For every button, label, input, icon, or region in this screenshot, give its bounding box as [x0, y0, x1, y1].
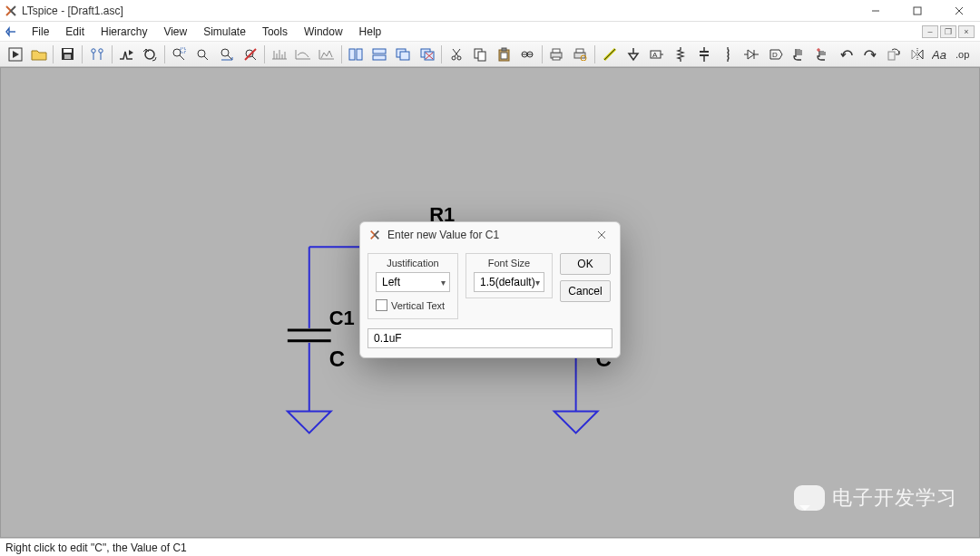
- drag-icon[interactable]: [811, 44, 834, 64]
- menu-help[interactable]: Help: [351, 24, 390, 40]
- svg-rect-7: [64, 49, 72, 53]
- wire-icon[interactable]: [598, 44, 621, 64]
- component-icon[interactable]: D: [764, 44, 787, 64]
- close-all-icon[interactable]: [416, 44, 438, 64]
- rotate-icon[interactable]: [883, 44, 906, 64]
- svg-text:Aa: Aa: [932, 48, 946, 61]
- svg-text:A: A: [652, 51, 658, 59]
- dialog-close-button[interactable]: [591, 226, 612, 244]
- svg-point-14: [173, 49, 181, 56]
- move-icon[interactable]: [788, 44, 810, 64]
- app-icon: [4, 4, 18, 18]
- minimize-button[interactable]: [855, 0, 897, 22]
- chevron-down-icon: ▾: [535, 278, 540, 288]
- svg-line-18: [204, 56, 208, 60]
- maximize-button[interactable]: [897, 0, 938, 22]
- svg-rect-39: [478, 52, 485, 61]
- open-icon[interactable]: [27, 44, 50, 64]
- find-icon[interactable]: [516, 44, 539, 64]
- cut-icon[interactable]: [445, 44, 467, 64]
- control-panel-icon[interactable]: [85, 44, 108, 64]
- copy-icon[interactable]: [468, 44, 491, 64]
- svg-line-22: [252, 56, 256, 60]
- ok-button[interactable]: OK: [560, 253, 611, 275]
- menu-simulate[interactable]: Simulate: [195, 24, 254, 40]
- svg-point-10: [99, 48, 103, 52]
- save-icon[interactable]: [56, 44, 79, 64]
- svg-rect-64: [888, 52, 895, 60]
- menu-edit[interactable]: Edit: [57, 24, 93, 40]
- autorange-y-icon[interactable]: [291, 44, 314, 64]
- tile-vert-icon[interactable]: [345, 44, 368, 64]
- svg-rect-48: [553, 57, 560, 60]
- autorange-xy-icon[interactable]: [316, 44, 338, 64]
- svg-rect-42: [501, 53, 507, 59]
- fontsize-value: 1.5(default): [480, 276, 535, 288]
- capacitor-icon[interactable]: [693, 44, 716, 64]
- menu-hierarchy[interactable]: Hierarchy: [93, 24, 155, 40]
- cascade-icon[interactable]: [392, 44, 415, 64]
- undo-icon[interactable]: [835, 44, 858, 64]
- zoom-extents-icon[interactable]: [215, 44, 238, 64]
- toolbar: A D Aa .op: [0, 42, 980, 67]
- svg-point-17: [198, 50, 205, 57]
- spice-directive-icon[interactable]: .op: [954, 44, 976, 64]
- status-text: Right click to edit "C", the Value of C1: [5, 541, 187, 554]
- dialog-title: Enter new Value for C1: [387, 229, 499, 241]
- print-setup-icon[interactable]: [569, 44, 592, 64]
- dialog-titlebar[interactable]: Enter new Value for C1: [360, 222, 620, 248]
- zoom-back-icon[interactable]: [191, 44, 214, 64]
- vertical-text-checkbox[interactable]: Vertical Text: [376, 299, 450, 311]
- chevron-down-icon: ▾: [441, 278, 446, 288]
- menu-view[interactable]: View: [155, 24, 195, 40]
- zoom-area-icon[interactable]: [168, 44, 191, 64]
- run-icon[interactable]: [4, 44, 26, 64]
- diode-icon[interactable]: [740, 44, 763, 64]
- svg-text:.op: .op: [956, 49, 969, 60]
- mdi-close-button[interactable]: ×: [958, 25, 975, 38]
- justification-group: Justification Left ▾ Vertical Text: [368, 253, 458, 319]
- doc-icon: [4, 24, 18, 39]
- resistor-icon[interactable]: [669, 44, 691, 64]
- mirror-icon[interactable]: [906, 44, 929, 64]
- svg-rect-8: [64, 54, 71, 59]
- svg-point-35: [457, 56, 461, 60]
- fontsize-label: Font Size: [474, 258, 544, 268]
- wechat-icon: [794, 485, 825, 511]
- justification-combo[interactable]: Left ▾: [376, 272, 450, 292]
- label-icon[interactable]: A: [645, 44, 668, 64]
- svg-rect-27: [373, 55, 386, 60]
- paste-icon[interactable]: [492, 44, 514, 64]
- menu-window[interactable]: Window: [296, 24, 351, 40]
- inductor-icon[interactable]: [717, 44, 740, 64]
- ground-icon[interactable]: [622, 44, 644, 64]
- text-icon[interactable]: Aa: [930, 44, 953, 64]
- run-sim-icon[interactable]: [114, 44, 137, 64]
- menu-file[interactable]: File: [24, 24, 57, 40]
- svg-rect-50: [576, 49, 583, 53]
- mdi-minimize-button[interactable]: –: [922, 25, 938, 38]
- svg-text:D: D: [772, 51, 778, 59]
- zoom-disable-icon[interactable]: [239, 44, 261, 64]
- print-icon[interactable]: [545, 44, 568, 64]
- svg-line-20: [228, 55, 232, 60]
- tile-horz-icon[interactable]: [368, 44, 391, 64]
- title-bar: LTspice - [Draft1.asc]: [0, 0, 980, 22]
- checkbox-box: [376, 299, 387, 311]
- window-title: LTspice - [Draft1.asc]: [22, 5, 123, 17]
- fontsize-combo[interactable]: 1.5(default) ▾: [474, 272, 544, 292]
- app-icon: [368, 228, 382, 242]
- close-button[interactable]: [938, 0, 980, 22]
- svg-line-15: [180, 55, 184, 60]
- halt-icon[interactable]: [139, 44, 162, 64]
- menu-tools[interactable]: Tools: [254, 24, 296, 40]
- svg-rect-25: [357, 49, 362, 60]
- autorange-x-icon[interactable]: [268, 44, 290, 64]
- cancel-button[interactable]: Cancel: [560, 280, 611, 302]
- svg-rect-47: [553, 49, 560, 53]
- value-input[interactable]: [368, 328, 612, 348]
- redo-icon[interactable]: [859, 44, 882, 64]
- menu-bar: File Edit Hierarchy View Simulate Tools …: [0, 22, 980, 42]
- mdi-restore-button[interactable]: ❐: [940, 25, 956, 38]
- svg-point-34: [452, 56, 456, 60]
